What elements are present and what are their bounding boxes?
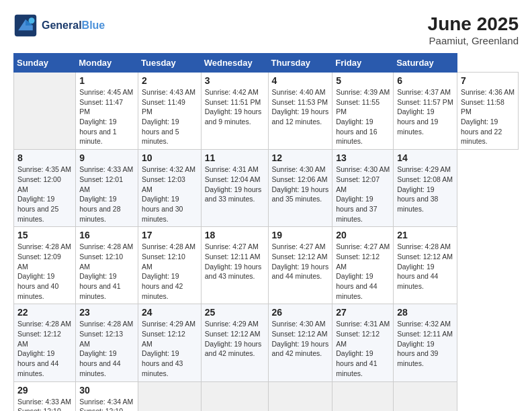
calendar-day-cell: 13Sunrise: 4:30 AMSunset: 12:07 AMDaylig… bbox=[332, 150, 394, 227]
calendar-day-cell: 3Sunrise: 4:42 AMSunset: 11:51 PMDayligh… bbox=[201, 73, 268, 150]
day-info: Sunrise: 4:42 AMSunset: 11:51 PMDaylight… bbox=[205, 87, 265, 127]
day-info: Sunrise: 4:32 AMSunset: 12:11 AMDaylight… bbox=[397, 319, 453, 368]
calendar-day-cell bbox=[201, 381, 268, 411]
day-number: 11 bbox=[205, 152, 265, 163]
day-info: Sunrise: 4:31 AMSunset: 12:04 AMDaylight… bbox=[205, 165, 265, 204]
calendar-table: SundayMondayTuesdayWednesdayThursdayFrid… bbox=[13, 53, 519, 411]
calendar-week-row: 8Sunrise: 4:35 AMSunset: 12:00 AMDayligh… bbox=[14, 150, 519, 227]
day-info: Sunrise: 4:29 AMSunset: 12:08 AMDaylight… bbox=[397, 165, 453, 214]
calendar-day-cell bbox=[332, 381, 394, 411]
day-info: Sunrise: 4:28 AMSunset: 12:10 AMDaylight… bbox=[79, 242, 134, 301]
day-number: 5 bbox=[336, 75, 390, 86]
month-title: June 2025 bbox=[428, 13, 519, 35]
logo-text: GeneralBlue bbox=[42, 19, 105, 32]
calendar-day-cell: 1Sunrise: 4:45 AMSunset: 11:47 PMDayligh… bbox=[76, 73, 138, 150]
calendar-day-cell: 26Sunrise: 4:30 AMSunset: 12:12 AMDaylig… bbox=[268, 304, 332, 381]
day-number: 18 bbox=[205, 230, 265, 240]
day-info: Sunrise: 4:28 AMSunset: 12:12 AMDaylight… bbox=[17, 319, 72, 378]
calendar-header-tuesday: Tuesday bbox=[138, 54, 202, 73]
day-info: Sunrise: 4:28 AMSunset: 12:13 AMDaylight… bbox=[79, 319, 134, 378]
day-number: 16 bbox=[79, 230, 134, 240]
day-info: Sunrise: 4:39 AMSunset: 11:55 PMDaylight… bbox=[336, 87, 390, 146]
calendar-day-cell: 11Sunrise: 4:31 AMSunset: 12:04 AMDaylig… bbox=[201, 150, 268, 227]
calendar-header-sunday: Sunday bbox=[14, 54, 76, 73]
day-number: 2 bbox=[142, 75, 197, 86]
day-number: 1 bbox=[79, 75, 134, 86]
logo-icon bbox=[13, 13, 38, 38]
day-info: Sunrise: 4:28 AMSunset: 12:12 AMDaylight… bbox=[397, 242, 453, 291]
calendar-day-cell: 8Sunrise: 4:35 AMSunset: 12:00 AMDayligh… bbox=[14, 150, 76, 227]
day-number: 13 bbox=[336, 152, 390, 163]
day-info: Sunrise: 4:33 AMSunset: 12:01 AMDaylight… bbox=[79, 165, 134, 224]
day-number: 10 bbox=[142, 152, 197, 163]
empty-cell bbox=[14, 73, 76, 150]
calendar-week-row: 1Sunrise: 4:45 AMSunset: 11:47 PMDayligh… bbox=[14, 73, 519, 150]
day-info: Sunrise: 4:33 AMSunset: 12:10 AMDaylight… bbox=[17, 397, 72, 412]
day-number: 9 bbox=[79, 152, 134, 163]
calendar-day-cell: 23Sunrise: 4:28 AMSunset: 12:13 AMDaylig… bbox=[76, 304, 138, 381]
calendar-day-cell bbox=[394, 381, 457, 411]
calendar-header-saturday: Saturday bbox=[394, 54, 457, 73]
day-number: 25 bbox=[205, 307, 265, 318]
day-info: Sunrise: 4:27 AMSunset: 12:12 AMDaylight… bbox=[336, 242, 390, 301]
calendar-week-row: 22Sunrise: 4:28 AMSunset: 12:12 AMDaylig… bbox=[14, 304, 519, 381]
day-info: Sunrise: 4:37 AMSunset: 11:57 PMDaylight… bbox=[397, 87, 453, 136]
day-number: 14 bbox=[397, 152, 453, 163]
calendar-day-cell: 5Sunrise: 4:39 AMSunset: 11:55 PMDayligh… bbox=[332, 73, 394, 150]
day-number: 17 bbox=[142, 230, 197, 240]
calendar-day-cell: 22Sunrise: 4:28 AMSunset: 12:12 AMDaylig… bbox=[14, 304, 76, 381]
day-info: Sunrise: 4:34 AMSunset: 12:10 AMDaylight… bbox=[79, 397, 134, 412]
calendar-day-cell: 6Sunrise: 4:37 AMSunset: 11:57 PMDayligh… bbox=[394, 73, 457, 150]
calendar-header-row: SundayMondayTuesdayWednesdayThursdayFrid… bbox=[14, 54, 519, 73]
calendar-day-cell: 30Sunrise: 4:34 AMSunset: 12:10 AMDaylig… bbox=[76, 381, 138, 411]
day-info: Sunrise: 4:45 AMSunset: 11:47 PMDaylight… bbox=[79, 87, 134, 146]
day-info: Sunrise: 4:27 AMSunset: 12:12 AMDaylight… bbox=[272, 242, 329, 281]
day-number: 26 bbox=[272, 307, 329, 318]
day-number: 6 bbox=[397, 75, 453, 86]
calendar-day-cell: 19Sunrise: 4:27 AMSunset: 12:12 AMDaylig… bbox=[268, 227, 332, 304]
day-info: Sunrise: 4:31 AMSunset: 12:12 AMDaylight… bbox=[336, 319, 390, 378]
location: Paamiut, Greenland bbox=[428, 35, 519, 46]
calendar-day-cell: 10Sunrise: 4:32 AMSunset: 12:03 AMDaylig… bbox=[138, 150, 202, 227]
day-info: Sunrise: 4:40 AMSunset: 11:53 PMDaylight… bbox=[272, 87, 329, 127]
day-info: Sunrise: 4:29 AMSunset: 12:12 AMDaylight… bbox=[205, 319, 265, 359]
calendar-day-cell: 16Sunrise: 4:28 AMSunset: 12:10 AMDaylig… bbox=[76, 227, 138, 304]
calendar-day-cell: 28Sunrise: 4:32 AMSunset: 12:11 AMDaylig… bbox=[394, 304, 457, 381]
day-number: 21 bbox=[397, 230, 453, 240]
day-info: Sunrise: 4:35 AMSunset: 12:00 AMDaylight… bbox=[17, 165, 72, 224]
calendar-day-cell: 2Sunrise: 4:43 AMSunset: 11:49 PMDayligh… bbox=[138, 73, 202, 150]
day-number: 24 bbox=[142, 307, 197, 318]
day-number: 29 bbox=[17, 385, 72, 396]
day-number: 30 bbox=[79, 385, 134, 396]
day-number: 28 bbox=[397, 307, 453, 318]
day-info: Sunrise: 4:30 AMSunset: 12:06 AMDaylight… bbox=[272, 165, 329, 204]
calendar-week-row: 29Sunrise: 4:33 AMSunset: 12:10 AMDaylig… bbox=[14, 381, 519, 411]
day-number: 20 bbox=[336, 230, 390, 240]
page-header: GeneralBlue June 2025 Paamiut, Greenland bbox=[13, 13, 519, 46]
calendar-day-cell: 27Sunrise: 4:31 AMSunset: 12:12 AMDaylig… bbox=[332, 304, 394, 381]
calendar-header-monday: Monday bbox=[76, 54, 138, 73]
calendar-day-cell: 12Sunrise: 4:30 AMSunset: 12:06 AMDaylig… bbox=[268, 150, 332, 227]
day-info: Sunrise: 4:36 AMSunset: 11:58 PMDaylight… bbox=[461, 87, 515, 146]
svg-point-3 bbox=[29, 17, 35, 24]
calendar-day-cell: 7Sunrise: 4:36 AMSunset: 11:58 PMDayligh… bbox=[457, 73, 518, 150]
calendar-day-cell: 21Sunrise: 4:28 AMSunset: 12:12 AMDaylig… bbox=[394, 227, 457, 304]
calendar-day-cell: 15Sunrise: 4:28 AMSunset: 12:09 AMDaylig… bbox=[14, 227, 76, 304]
day-number: 12 bbox=[272, 152, 329, 163]
logo: GeneralBlue bbox=[13, 13, 105, 38]
calendar-day-cell: 29Sunrise: 4:33 AMSunset: 12:10 AMDaylig… bbox=[14, 381, 76, 411]
day-info: Sunrise: 4:29 AMSunset: 12:12 AMDaylight… bbox=[142, 319, 197, 378]
day-info: Sunrise: 4:32 AMSunset: 12:03 AMDaylight… bbox=[142, 165, 197, 224]
calendar-day-cell: 20Sunrise: 4:27 AMSunset: 12:12 AMDaylig… bbox=[332, 227, 394, 304]
day-number: 7 bbox=[461, 75, 515, 86]
calendar-header-thursday: Thursday bbox=[268, 54, 332, 73]
day-info: Sunrise: 4:28 AMSunset: 12:10 AMDaylight… bbox=[142, 242, 197, 301]
calendar-day-cell bbox=[138, 381, 202, 411]
calendar-week-row: 15Sunrise: 4:28 AMSunset: 12:09 AMDaylig… bbox=[14, 227, 519, 304]
calendar-day-cell: 9Sunrise: 4:33 AMSunset: 12:01 AMDayligh… bbox=[76, 150, 138, 227]
day-info: Sunrise: 4:30 AMSunset: 12:07 AMDaylight… bbox=[336, 165, 390, 224]
day-info: Sunrise: 4:43 AMSunset: 11:49 PMDaylight… bbox=[142, 87, 197, 146]
day-number: 22 bbox=[17, 307, 72, 318]
calendar-day-cell: 18Sunrise: 4:27 AMSunset: 12:11 AMDaylig… bbox=[201, 227, 268, 304]
day-number: 3 bbox=[205, 75, 265, 86]
